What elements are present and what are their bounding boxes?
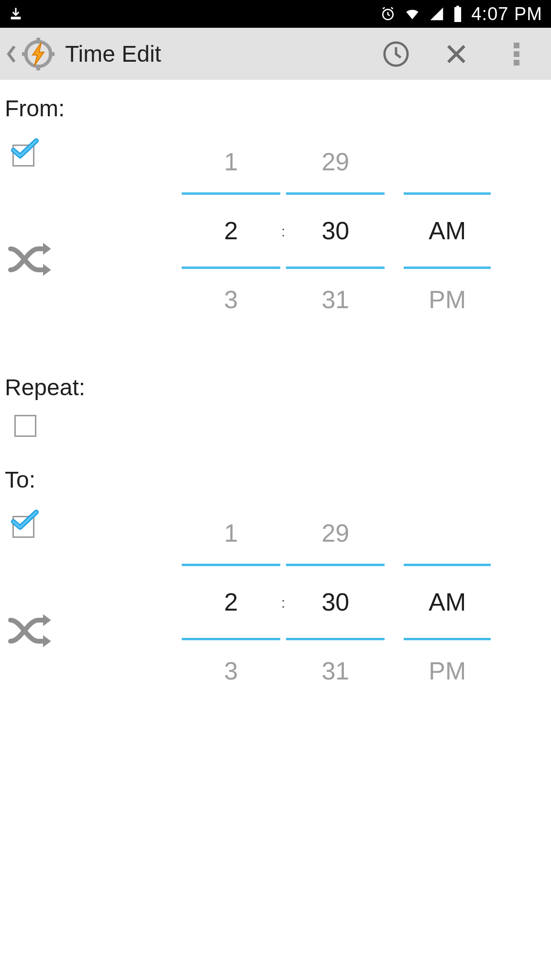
to-min-prev[interactable]: 29 <box>321 502 349 564</box>
statusbar-time: 4:07 PM <box>471 4 542 24</box>
from-checkbox[interactable] <box>12 145 36 168</box>
from-hour-next[interactable]: 3 <box>224 269 238 330</box>
close-button[interactable] <box>442 40 471 68</box>
android-statusbar: 4:07 PM <box>0 0 551 28</box>
from-ampm-sel[interactable]: AM <box>404 192 491 269</box>
page-title: Time Edit <box>65 41 382 67</box>
from-shuffle-icon[interactable] <box>7 240 182 280</box>
to-ampm-picker[interactable]: AM PM <box>404 502 491 702</box>
tasker-logo-icon <box>20 36 56 72</box>
from-ampm-next[interactable]: PM <box>429 269 466 330</box>
to-ampm-sel[interactable]: AM <box>404 564 491 640</box>
download-icon <box>9 7 23 21</box>
svg-rect-9 <box>514 60 519 66</box>
from-min-prev[interactable]: 29 <box>321 131 349 192</box>
to-hour-picker[interactable]: 1 2 3 <box>182 502 280 702</box>
to-shuffle-icon[interactable] <box>7 612 182 652</box>
svg-rect-8 <box>514 51 519 57</box>
svg-rect-5 <box>49 52 55 56</box>
svg-rect-3 <box>36 65 40 70</box>
from-minute-picker[interactable]: 29 30 31 <box>286 131 385 330</box>
to-hour-sel[interactable]: 2 <box>182 564 280 640</box>
to-hour-prev[interactable]: 1 <box>224 502 238 564</box>
to-ampm-next[interactable]: PM <box>429 640 466 702</box>
svg-rect-2 <box>36 38 40 44</box>
to-minute-picker[interactable]: 29 30 31 <box>286 502 385 702</box>
to-checkbox[interactable] <box>12 516 36 540</box>
to-min-next[interactable]: 31 <box>321 640 349 702</box>
time-separator: : <box>280 595 286 611</box>
signal-icon <box>429 6 444 22</box>
from-hour-prev[interactable]: 1 <box>224 131 238 192</box>
svg-rect-4 <box>22 52 28 56</box>
back-button[interactable] <box>4 28 19 80</box>
repeat-checkbox[interactable] <box>14 415 36 437</box>
to-min-sel[interactable]: 30 <box>286 564 385 640</box>
from-hour-picker[interactable]: 1 2 3 <box>182 131 280 330</box>
clock-button[interactable] <box>382 40 410 68</box>
wifi-icon <box>404 6 420 22</box>
time-separator: : <box>280 223 286 240</box>
from-min-next[interactable]: 31 <box>321 269 349 330</box>
to-label: To: <box>0 461 551 502</box>
from-hour-sel[interactable]: 2 <box>182 192 280 269</box>
from-min-sel[interactable]: 30 <box>286 192 385 269</box>
from-label: From: <box>0 89 551 131</box>
repeat-label: Repeat: <box>0 368 551 410</box>
alarm-icon <box>380 6 396 22</box>
from-ampm-picker[interactable]: AM PM <box>404 131 491 330</box>
svg-rect-7 <box>514 43 519 48</box>
appbar: Time Edit <box>0 28 551 80</box>
to-hour-next[interactable]: 3 <box>224 640 238 702</box>
menu-button[interactable] <box>502 40 531 68</box>
battery-icon <box>453 6 463 22</box>
